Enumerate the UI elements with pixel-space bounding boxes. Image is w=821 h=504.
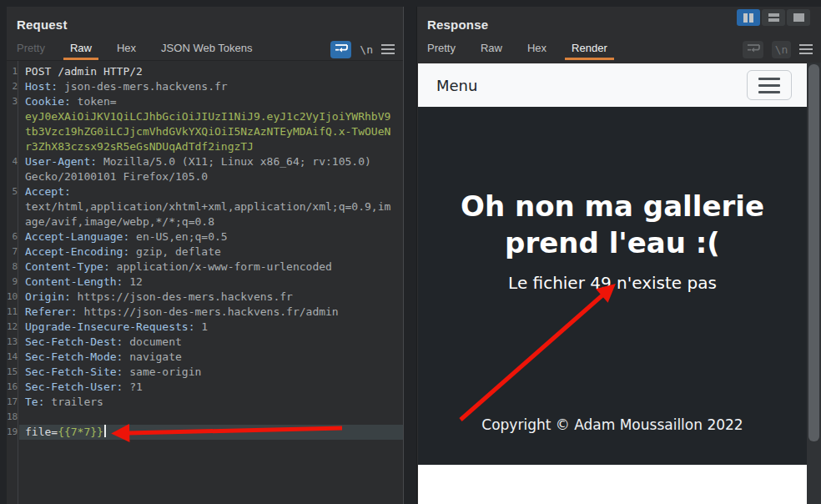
request-tab-hex[interactable]: Hex (117, 43, 136, 58)
word-wrap-icon (335, 43, 348, 56)
response-toolbar: \n (743, 38, 813, 61)
response-panel-title: Response (427, 18, 488, 32)
rendered-heading: Oh non ma gallerie prend l'eau :( (435, 188, 790, 261)
request-tabbar: Pretty Raw Hex JSON Web Tokens (17, 43, 252, 58)
split-columns-icon[interactable] (737, 9, 760, 26)
code-row[interactable]: 13Sec-Fetch-Dest: document (7, 335, 403, 350)
code-row[interactable]: 11Referer: https://json-des-mers.hackven… (7, 305, 403, 320)
code-row[interactable]: 8Content-Type: application/x-www-form-ur… (7, 260, 403, 275)
newline-display-toggle[interactable]: \n (360, 43, 373, 56)
response-tab-raw[interactable]: Raw (481, 43, 502, 58)
line-number: 3 (7, 94, 19, 109)
line-number: 14 (7, 350, 19, 365)
request-toolbar: \n (330, 38, 395, 61)
code-row[interactable]: 3Cookie: token= (7, 94, 403, 109)
request-panel-title: Request (17, 18, 68, 32)
rendered-footer-copyright: Copyright © Adam Moussaillon 2022 (481, 416, 743, 433)
rendered-subheading: Le fichier 49 n'existe pas (508, 273, 717, 293)
code-row[interactable]: text/html,application/xhtml+xml,applicat… (7, 199, 403, 214)
line-number (7, 199, 19, 214)
line-number: 18 (7, 410, 19, 425)
line-number: 7 (7, 244, 19, 260)
line-number: 10 (7, 290, 19, 305)
text-cursor (104, 425, 106, 437)
code-row[interactable]: 7Accept-Encoding: gzip, deflate (7, 244, 403, 260)
word-wrap-icon (747, 43, 760, 56)
response-editor-menu-icon[interactable] (799, 44, 813, 54)
response-tab-hex[interactable]: Hex (527, 43, 546, 58)
hamburger-menu-icon (758, 78, 780, 93)
line-number (7, 124, 19, 139)
response-scrollbar[interactable] (807, 63, 821, 504)
line-number (7, 109, 19, 124)
rendered-hero-section: Oh non ma gallerie prend l'eau :( Le fic… (418, 107, 807, 465)
response-tabbar: Pretty Raw Hex Render (427, 43, 607, 58)
code-row[interactable]: eyJ0eXAiOiJKV1QiLCJhbGciOiJIUzI1NiJ9.eyJ… (7, 109, 403, 124)
code-row[interactable]: r3ZhX83czsx92sR5eGsNDUqAdTdf2ingzTJ (7, 139, 403, 154)
code-row[interactable]: 19file={{7*7}} (7, 425, 403, 440)
response-tab-render[interactable]: Render (572, 43, 607, 58)
burp-repeater-window: Request Pretty Raw Hex JSON Web Tokens \… (0, 0, 821, 504)
request-tab-pretty[interactable]: Pretty (17, 43, 45, 58)
layout-toggle-group (737, 9, 810, 26)
code-row[interactable]: 4User-Agent: Mozilla/5.0 (X11; Linux x86… (7, 154, 403, 169)
response-tab-pretty[interactable]: Pretty (427, 43, 456, 58)
rendered-response-page: Menu Oh non ma gallerie prend l'eau :( L… (418, 63, 807, 504)
response-panel: Response Pretty Raw Hex Render \n (416, 7, 821, 504)
split-rows-icon[interactable] (762, 9, 785, 26)
word-wrap-toggle-button-disabled[interactable] (743, 41, 763, 58)
response-scrollbar-thumb[interactable] (808, 64, 819, 441)
code-row[interactable]: 10Origin: https://json-des-mers.hackvens… (7, 290, 403, 305)
line-number: 17 (7, 395, 19, 410)
line-number: 2 (7, 79, 19, 94)
code-row[interactable]: tb3Vzc19hZG0iLCJjcmVhdGVkYXQiOiI5NzAzNTE… (7, 124, 403, 139)
word-wrap-toggle-button[interactable] (330, 41, 351, 58)
line-number: 12 (7, 320, 19, 335)
line-number: 1 (7, 64, 19, 79)
line-number: 15 (7, 365, 19, 380)
navbar-toggler-button[interactable] (747, 70, 792, 100)
code-row[interactable]: 9Content-Length: 12 (7, 275, 403, 290)
line-number: 11 (7, 305, 19, 320)
line-number: 13 (7, 335, 19, 350)
rendered-navbar: Menu (418, 63, 807, 107)
request-panel: Request Pretty Raw Hex JSON Web Tokens \… (7, 7, 404, 504)
code-row[interactable]: 15Sec-Fetch-Site: same-origin (7, 365, 403, 380)
line-number: 4 (7, 154, 19, 169)
code-row[interactable]: Gecko/20100101 Firefox/105.0 (7, 169, 403, 184)
request-tab-raw[interactable]: Raw (70, 43, 92, 58)
single-pane-icon[interactable] (787, 9, 810, 26)
code-row[interactable]: 18 (7, 410, 403, 425)
request-editor-menu-icon[interactable] (381, 44, 395, 54)
line-number (7, 214, 19, 229)
line-number: 16 (7, 380, 19, 395)
code-row[interactable]: 14Sec-Fetch-Mode: navigate (7, 350, 403, 365)
code-row[interactable]: 16Sec-Fetch-User: ?1 (7, 380, 403, 395)
request-tab-json-web-tokens[interactable]: JSON Web Tokens (161, 43, 252, 58)
code-row[interactable]: 12Upgrade-Insecure-Requests: 1 (7, 320, 403, 335)
code-row[interactable]: 1POST /admin HTTP/2 (7, 64, 403, 79)
code-row[interactable]: 17Te: trailers (7, 395, 403, 410)
line-number: 19 (7, 425, 19, 440)
code-row[interactable]: 6Accept-Language: en-US,en;q=0.5 (7, 229, 403, 244)
code-row[interactable]: 5Accept: (7, 184, 403, 199)
line-number: 6 (7, 229, 19, 244)
rendered-navbar-brand[interactable]: Menu (436, 77, 477, 94)
newline-display-toggle-disabled[interactable]: \n (772, 41, 791, 58)
code-row[interactable]: 2Host: json-des-mers.hackvens.fr (7, 79, 403, 94)
line-number: 9 (7, 275, 19, 290)
line-number (7, 139, 19, 154)
line-number: 5 (7, 184, 19, 199)
line-number: 8 (7, 260, 19, 275)
code-row[interactable]: age/avif,image/webp,*/*;q=0.8 (7, 214, 403, 229)
request-editor[interactable]: 1POST /admin HTTP/22Host: json-des-mers.… (7, 60, 403, 504)
line-number (7, 169, 19, 184)
